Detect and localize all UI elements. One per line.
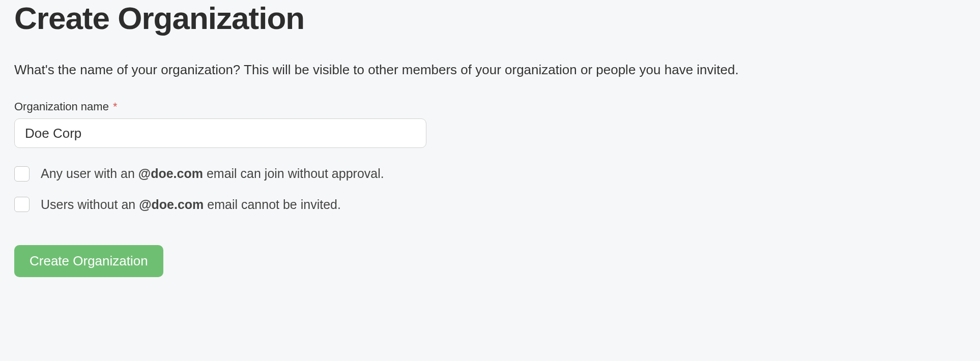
restrict-invite-prefix: Users without an bbox=[41, 197, 139, 212]
auto-join-domain: @doe.com bbox=[138, 166, 203, 180]
auto-join-label: Any user with an @doe.com email can join… bbox=[41, 165, 384, 182]
org-name-label-row: Organization name * bbox=[14, 100, 966, 113]
org-name-input[interactable] bbox=[14, 118, 426, 148]
required-indicator: * bbox=[113, 100, 118, 113]
auto-join-option: Any user with an @doe.com email can join… bbox=[14, 165, 966, 182]
restrict-invite-option: Users without an @doe.com email cannot b… bbox=[14, 196, 966, 213]
restrict-invite-suffix: email cannot be invited. bbox=[204, 197, 341, 212]
create-organization-button[interactable]: Create Organization bbox=[14, 245, 163, 277]
restrict-invite-checkbox[interactable] bbox=[14, 197, 30, 212]
restrict-invite-label: Users without an @doe.com email cannot b… bbox=[41, 196, 341, 213]
page-title: Create Organization bbox=[14, 0, 966, 36]
auto-join-suffix: email can join without approval. bbox=[203, 166, 384, 180]
org-name-label: Organization name bbox=[14, 100, 109, 113]
auto-join-checkbox[interactable] bbox=[14, 166, 30, 182]
auto-join-prefix: Any user with an bbox=[41, 166, 138, 180]
page-description: What's the name of your organization? Th… bbox=[14, 61, 966, 79]
restrict-invite-domain: @doe.com bbox=[139, 197, 204, 212]
